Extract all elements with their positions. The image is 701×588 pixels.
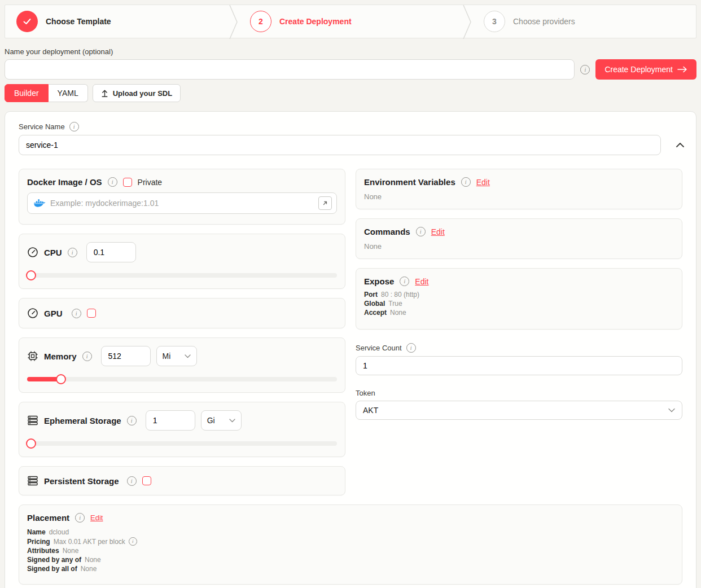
expose-port-row: Port 80 : 80 (http): [364, 291, 674, 299]
service-name-input[interactable]: [19, 135, 661, 155]
persistent-storage-title: Persistent Storage: [44, 476, 119, 486]
placement-row-value: None: [85, 556, 101, 564]
left-column: Docker Image / OS i Private: [19, 169, 345, 495]
gpu-checkbox[interactable]: [87, 309, 96, 318]
placement-pricing-row: Pricing Max 0.01 AKT per block i: [27, 537, 674, 546]
chip-icon: [27, 350, 38, 362]
create-deployment-label: Create Deployment: [604, 65, 673, 74]
service-count-label: Service Count: [356, 344, 402, 352]
placement-row-key: Signed by all of: [27, 565, 77, 573]
ephemeral-value-input[interactable]: [146, 410, 195, 431]
gauge-icon: [27, 247, 38, 258]
environment-variables-edit-link[interactable]: Edit: [476, 178, 490, 187]
info-icon[interactable]: i: [129, 537, 137, 546]
private-checkbox[interactable]: [123, 178, 132, 187]
commands-value: None: [364, 242, 674, 251]
info-icon[interactable]: i: [406, 343, 416, 353]
chevron-up-icon: [676, 142, 685, 148]
commands-title: Commands: [364, 227, 410, 236]
storage-icon: [27, 415, 38, 425]
placement-edit-link[interactable]: Edit: [90, 514, 103, 522]
expose-edit-link[interactable]: Edit: [415, 277, 428, 286]
expose-card: Expose i Edit Port 80 : 80 (http) Global…: [356, 268, 682, 330]
cpu-title: CPU: [44, 248, 62, 257]
step-separator-icon: [462, 5, 472, 39]
service-name-label: Service Name: [19, 122, 65, 131]
create-deployment-button[interactable]: Create Deployment: [595, 59, 696, 80]
commands-edit-link[interactable]: Edit: [431, 227, 445, 236]
tab-yaml[interactable]: YAML: [49, 84, 88, 102]
info-icon[interactable]: i: [69, 122, 79, 131]
ephemeral-storage-card: Ephemeral Storage i Gi: [19, 402, 345, 457]
memory-card: Memory i Mi: [19, 337, 345, 393]
chevron-down-icon: [185, 354, 191, 358]
step-label: Choose providers: [513, 17, 575, 26]
memory-unit-select[interactable]: Mi: [156, 346, 197, 366]
ephemeral-unit-select[interactable]: Gi: [201, 410, 242, 431]
info-icon[interactable]: i: [108, 177, 117, 187]
docker-image-input[interactable]: [50, 199, 314, 208]
slider-thumb[interactable]: [56, 374, 66, 384]
token-field: Token AKT: [356, 384, 682, 420]
tab-group: Builder YAML: [5, 84, 88, 102]
service-count-input[interactable]: [356, 356, 682, 375]
persistent-storage-card: Persistent Storage i: [19, 466, 345, 495]
stepper: Choose Template 2 Create Deployment 3 Ch…: [5, 5, 696, 38]
memory-value-input[interactable]: [101, 346, 151, 366]
editor-tabs: Builder YAML Upload your SDL: [5, 84, 696, 102]
memory-slider[interactable]: [27, 374, 337, 384]
expose-row-value: None: [390, 309, 406, 317]
gauge-icon: [27, 308, 38, 319]
expose-row-value: True: [388, 300, 402, 308]
private-label: Private: [138, 178, 163, 187]
step-choose-providers[interactable]: 3 Choose providers: [472, 5, 696, 38]
info-icon[interactable]: i: [82, 352, 92, 361]
info-icon[interactable]: i: [416, 227, 426, 236]
external-link-icon[interactable]: [318, 196, 332, 210]
cpu-card: CPU i: [19, 234, 345, 289]
storage-icon: [27, 476, 38, 486]
expose-row-key: Accept: [364, 309, 387, 317]
environment-variables-value: None: [364, 192, 674, 201]
upload-sdl-button[interactable]: Upload your SDL: [93, 84, 181, 102]
cpu-value-input[interactable]: [86, 242, 136, 262]
step-create-deployment[interactable]: 2 Create Deployment: [239, 5, 462, 38]
info-icon[interactable]: i: [75, 513, 85, 523]
gpu-card: GPU i: [19, 298, 345, 328]
docker-image-card: Docker Image / OS i Private: [19, 169, 345, 225]
placement-attributes-row: Attributes None: [27, 547, 674, 555]
info-icon[interactable]: i: [461, 177, 471, 187]
slider-thumb[interactable]: [26, 270, 36, 280]
chevron-down-icon: [668, 408, 675, 413]
token-label: Token: [356, 389, 375, 397]
deployment-name-input[interactable]: [5, 59, 575, 80]
info-icon[interactable]: i: [400, 277, 409, 286]
info-icon[interactable]: i: [68, 248, 77, 257]
placement-row-key: Attributes: [27, 547, 59, 555]
info-icon[interactable]: i: [580, 65, 590, 74]
placement-row-value: None: [63, 547, 79, 555]
memory-unit-value: Mi: [163, 352, 171, 361]
persistent-storage-checkbox[interactable]: [142, 476, 151, 485]
deployment-name-row: i Create Deployment: [5, 59, 696, 80]
token-select[interactable]: AKT: [356, 401, 682, 420]
step-separator-icon: [229, 5, 239, 39]
step-number: 2: [250, 11, 271, 32]
slider-thumb[interactable]: [26, 438, 36, 449]
step-choose-template[interactable]: Choose Template: [5, 5, 229, 38]
placement-row-key: Name: [27, 528, 46, 536]
collapse-service-button[interactable]: [673, 140, 687, 150]
ephemeral-unit-value: Gi: [207, 416, 215, 425]
info-icon[interactable]: i: [127, 476, 137, 486]
service-count-field: Service Count i: [356, 339, 682, 375]
expose-accept-row: Accept None: [364, 309, 674, 317]
chevron-down-icon: [229, 419, 235, 423]
tab-builder[interactable]: Builder: [5, 84, 49, 102]
info-icon[interactable]: i: [72, 309, 81, 318]
upload-icon: [101, 89, 108, 97]
cpu-slider[interactable]: [27, 270, 337, 280]
ephemeral-slider[interactable]: [27, 438, 337, 449]
step-label: Choose Template: [46, 17, 111, 26]
step-label: Create Deployment: [279, 17, 352, 26]
info-icon[interactable]: i: [127, 416, 137, 425]
